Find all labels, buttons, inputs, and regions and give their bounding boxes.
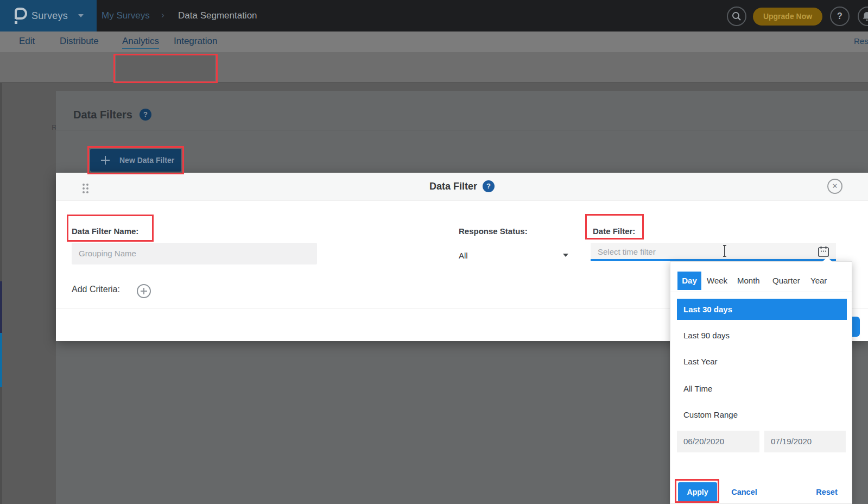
tab-analytics[interactable]: Analytics bbox=[122, 36, 159, 49]
annotation-box-date-filter bbox=[585, 214, 644, 240]
responses-link-partial[interactable]: Res bbox=[854, 36, 868, 46]
product-switcher[interactable]: Surveys bbox=[0, 0, 97, 32]
reset-link[interactable]: Reset bbox=[805, 482, 848, 502]
date-filter-dropdown: Day Week Month Quarter Year Last 30 days… bbox=[670, 261, 852, 504]
questionpro-logo-icon bbox=[13, 7, 27, 25]
add-criteria-plus-icon[interactable] bbox=[136, 284, 151, 299]
range-end-input[interactable]: 07/19/2020 bbox=[764, 431, 846, 452]
help-button[interactable]: ? bbox=[830, 7, 850, 26]
survey-nav-tabs: Edit Distribute Analytics Integration Re… bbox=[0, 32, 868, 52]
breadcrumb-separator: › bbox=[161, 10, 164, 21]
option-custom-range[interactable]: Custom Range bbox=[683, 410, 738, 419]
modal-title: Data Filter bbox=[429, 181, 477, 192]
annotation-box-data-filter-name bbox=[67, 215, 154, 242]
option-last-year[interactable]: Last Year bbox=[683, 357, 718, 366]
option-all-time[interactable]: All Time bbox=[683, 384, 712, 393]
text-cursor-icon bbox=[721, 244, 728, 257]
product-switcher-label: Surveys bbox=[31, 10, 68, 22]
help-icon: ? bbox=[837, 11, 842, 21]
annotation-box-new-data-filter bbox=[87, 146, 184, 174]
tab-distribute[interactable]: Distribute bbox=[60, 36, 99, 47]
bell-icon bbox=[861, 11, 868, 22]
modal-header: Data Filter? ✕ bbox=[56, 173, 868, 201]
calendar-icon[interactable] bbox=[818, 245, 829, 257]
breadcrumb-parent-link[interactable]: My Surveys bbox=[102, 10, 150, 21]
chevron-down-icon[interactable] bbox=[563, 254, 568, 257]
close-icon[interactable]: ✕ bbox=[827, 179, 842, 194]
search-icon bbox=[731, 11, 742, 22]
upgrade-now-button[interactable]: Upgrade Now bbox=[753, 8, 822, 26]
notifications-button[interactable] bbox=[858, 7, 868, 26]
tab-quarter[interactable]: Quarter bbox=[772, 272, 800, 290]
search-button[interactable] bbox=[727, 7, 746, 26]
annotation-box-data-segmentation bbox=[113, 54, 218, 83]
tab-week[interactable]: Week bbox=[707, 272, 727, 290]
help-icon[interactable]: ? bbox=[140, 109, 151, 121]
page-left-edge bbox=[0, 83, 2, 504]
divider bbox=[56, 130, 868, 130]
option-last-90-days[interactable]: Last 90 days bbox=[683, 331, 730, 340]
tab-edit[interactable]: Edit bbox=[19, 36, 35, 47]
modal-title-wrap: Data Filter? bbox=[56, 180, 868, 192]
dropdown-arrow bbox=[822, 257, 832, 262]
tab-month[interactable]: Month bbox=[737, 272, 760, 290]
tab-day[interactable]: Day bbox=[677, 272, 701, 290]
top-navbar: Surveys My Surveys › Data Segmentation U… bbox=[0, 0, 868, 32]
app-screen: Surveys My Surveys › Data Segmentation U… bbox=[0, 0, 868, 504]
tab-integration[interactable]: Integration bbox=[174, 36, 217, 47]
divider bbox=[670, 292, 852, 292]
help-icon[interactable]: ? bbox=[483, 180, 495, 192]
range-start-input[interactable]: 06/20/2020 bbox=[677, 431, 759, 452]
option-last-30-days[interactable]: Last 30 days bbox=[677, 299, 847, 320]
date-filter-input[interactable]: Select time filter bbox=[591, 243, 836, 261]
grouping-name-input[interactable]: Grouping Name bbox=[72, 243, 317, 264]
tab-year[interactable]: Year bbox=[810, 272, 827, 290]
annotation-box-apply bbox=[675, 479, 719, 503]
response-status-label: Response Status: bbox=[459, 226, 528, 236]
page-title: Data Filters bbox=[73, 109, 132, 121]
response-status-select[interactable]: All bbox=[459, 251, 468, 260]
add-criteria-label: Add Criteria: bbox=[72, 285, 120, 294]
chevron-down-icon bbox=[78, 14, 84, 17]
cancel-link[interactable]: Cancel bbox=[723, 482, 766, 502]
breadcrumb-current: Data Segmentation bbox=[178, 10, 257, 21]
